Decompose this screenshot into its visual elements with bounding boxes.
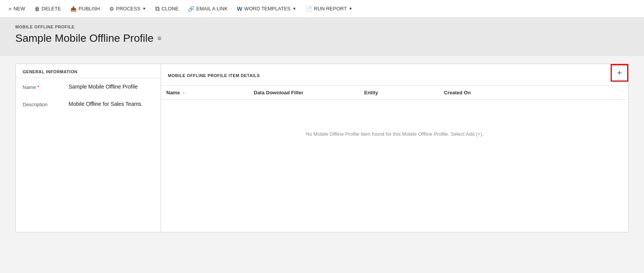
main-content: GENERAL INFORMATION Name * Sample Mobile… bbox=[0, 56, 644, 240]
word-templates-button[interactable]: W WORD TEMPLATES ▼ bbox=[233, 3, 300, 14]
word-icon: W bbox=[237, 5, 242, 12]
name-field-row: Name * Sample Mobile Offline Profile bbox=[16, 78, 161, 95]
name-value: Sample Mobile Offline Profile bbox=[69, 84, 138, 90]
new-button[interactable]: + NEW bbox=[5, 3, 29, 14]
clone-button[interactable]: ⧉ CLONE bbox=[151, 3, 182, 15]
details-header: MOBILE OFFLINE PROFILE ITEM DETAILS + bbox=[161, 64, 628, 86]
publish-label: PUBLISH bbox=[79, 6, 100, 12]
report-label: RUN REPORT bbox=[314, 6, 347, 12]
clone-label: CLONE bbox=[161, 6, 179, 12]
page-title-text: Sample Mobile Offline Profile bbox=[15, 32, 154, 44]
publish-icon: 📤 bbox=[70, 6, 77, 12]
process-dropdown-icon: ▼ bbox=[142, 7, 146, 11]
word-dropdown-icon: ▼ bbox=[292, 7, 296, 11]
details-table: Name ↑ Data Download Filter Entity Creat… bbox=[161, 86, 628, 169]
name-label: Name * bbox=[23, 84, 61, 90]
process-label: PROCESS bbox=[116, 6, 141, 12]
name-label-text: Name bbox=[23, 84, 36, 90]
col-name-label: Name bbox=[166, 90, 180, 95]
description-field-row: Description Mobile Offline for Sales Tea… bbox=[16, 95, 161, 113]
col-created: Created On bbox=[439, 86, 508, 100]
general-info-title: GENERAL INFORMATION bbox=[16, 64, 161, 78]
col-entity: Entity bbox=[359, 86, 428, 100]
delete-label: DELETE bbox=[42, 6, 61, 12]
menu-icon[interactable]: ≡ bbox=[158, 35, 162, 43]
add-item-button[interactable]: + bbox=[611, 64, 628, 82]
email-link-button[interactable]: 🔗 EMAIL A LINK bbox=[184, 3, 232, 14]
clone-icon: ⧉ bbox=[155, 5, 159, 12]
page-title: Sample Mobile Offline Profile ≡ bbox=[15, 32, 629, 44]
report-icon: 📄 bbox=[306, 6, 312, 12]
link-icon: 🔗 bbox=[188, 6, 194, 12]
publish-button[interactable]: 📤 PUBLISH bbox=[66, 3, 104, 14]
description-value: Mobile Offline for Sales Teams. bbox=[69, 101, 143, 107]
details-panel: MOBILE OFFLINE PROFILE ITEM DETAILS + Na… bbox=[161, 64, 629, 232]
run-report-button[interactable]: 📄 RUN REPORT ▼ bbox=[302, 3, 356, 14]
process-button[interactable]: ⚙ PROCESS ▼ bbox=[105, 3, 150, 14]
header-area: MOBILE OFFLINE PROFILE Sample Mobile Off… bbox=[0, 18, 644, 56]
breadcrumb: MOBILE OFFLINE PROFILE bbox=[15, 25, 629, 29]
toolbar: + NEW 🗑 DELETE 📤 PUBLISH ⚙ PROCESS ▼ ⧉ C… bbox=[0, 0, 644, 18]
new-icon: + bbox=[8, 6, 12, 12]
process-icon: ⚙ bbox=[109, 6, 114, 12]
name-required: * bbox=[37, 84, 39, 90]
delete-icon: 🗑 bbox=[34, 6, 40, 12]
report-dropdown-icon: ▼ bbox=[349, 7, 353, 11]
details-title: MOBILE OFFLINE PROFILE ITEM DETAILS bbox=[168, 73, 260, 78]
col-name: Name ↑ bbox=[161, 86, 238, 100]
sort-icon: ↑ bbox=[183, 91, 185, 95]
empty-message: No Mobile Offline Profile Item found for… bbox=[161, 100, 628, 169]
col-filter: Data Download Filter bbox=[248, 86, 348, 100]
word-label: WORD TEMPLATES bbox=[244, 6, 291, 12]
general-info-panel: GENERAL INFORMATION Name * Sample Mobile… bbox=[15, 64, 161, 232]
description-label: Description bbox=[23, 101, 61, 107]
new-label: NEW bbox=[13, 6, 25, 12]
delete-button[interactable]: 🗑 DELETE bbox=[31, 3, 65, 14]
email-label: EMAIL A LINK bbox=[196, 6, 228, 12]
